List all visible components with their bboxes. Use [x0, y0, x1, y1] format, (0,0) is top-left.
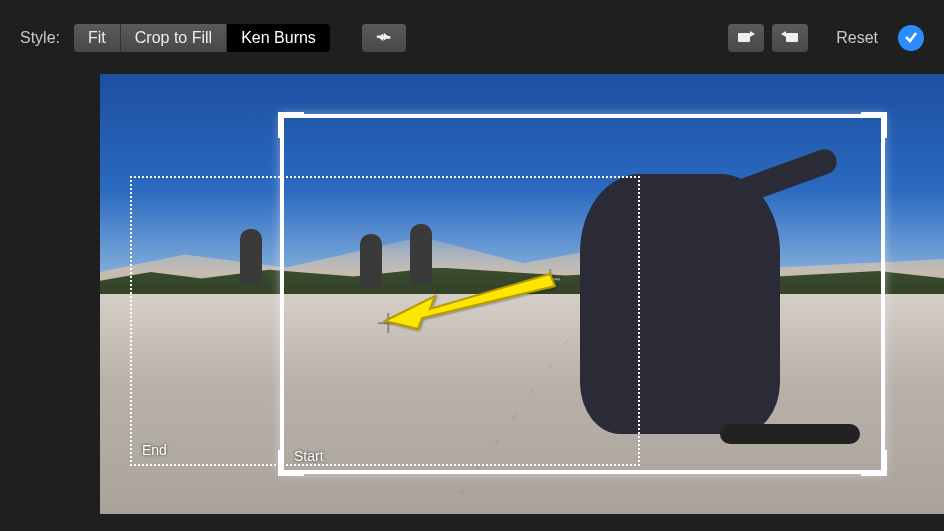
- start-frame-label: Start: [294, 448, 324, 464]
- start-frame-handle-br[interactable]: [861, 450, 887, 476]
- checkmark-icon: [904, 30, 918, 47]
- apply-button[interactable]: [898, 25, 924, 51]
- start-frame-handle-tl[interactable]: [278, 112, 304, 138]
- rotate-ccw-icon: [736, 29, 756, 48]
- style-ken-burns-button[interactable]: Ken Burns: [227, 24, 330, 52]
- style-label: Style:: [20, 29, 60, 47]
- svg-rect-0: [738, 33, 750, 42]
- swap-start-end-button[interactable]: [362, 24, 406, 52]
- style-crop-to-fill-button[interactable]: Crop to Fill: [121, 24, 227, 52]
- svg-rect-1: [786, 33, 798, 42]
- style-fit-button[interactable]: Fit: [74, 24, 121, 52]
- end-center-cross-icon: [378, 313, 398, 333]
- rotate-group: [728, 24, 808, 52]
- start-frame-handle-tr[interactable]: [861, 112, 887, 138]
- ken-burns-start-frame[interactable]: Start: [280, 114, 885, 474]
- rotate-ccw-button[interactable]: [728, 24, 764, 52]
- rotate-cw-button[interactable]: [772, 24, 808, 52]
- viewer-area: End Start: [100, 74, 944, 514]
- rotate-cw-icon: [780, 29, 800, 48]
- style-segmented-control: Fit Crop to Fill Ken Burns: [74, 24, 330, 52]
- swap-arrows-icon: [373, 29, 395, 48]
- reset-button[interactable]: Reset: [836, 29, 878, 47]
- crop-toolbar: Style: Fit Crop to Fill Ken Burns Reset: [0, 0, 944, 54]
- end-frame-label: End: [142, 442, 167, 458]
- start-center-cross-icon: [540, 269, 560, 289]
